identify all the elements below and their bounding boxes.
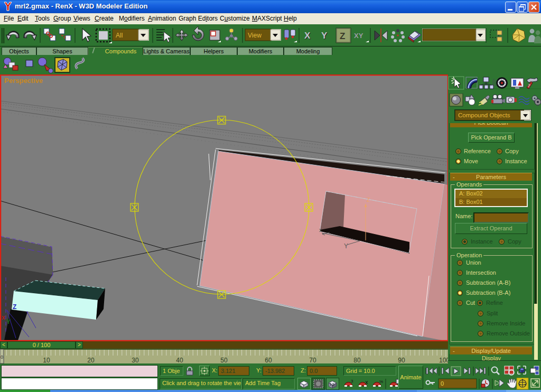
svg-text:x: x [319, 227, 322, 233]
svg-text:Z: Z [13, 303, 16, 311]
svg-text:20: 20 [87, 357, 95, 364]
svg-text:Perspective: Perspective [4, 77, 43, 85]
svg-text:60: 60 [265, 357, 272, 364]
svg-text:40: 40 [176, 357, 183, 364]
svg-text:X: X [304, 31, 311, 41]
svg-text:90: 90 [398, 357, 405, 364]
svg-text:Z: Z [367, 197, 370, 203]
svg-text:3: 3 [351, 379, 353, 384]
svg-text:Y: Y [6, 318, 11, 325]
svg-text:10: 10 [43, 357, 50, 364]
svg-text:%: % [379, 379, 383, 384]
svg-text:Y: Y [321, 31, 328, 41]
svg-text:x: x [2, 314, 5, 321]
svg-text:100: 100 [439, 357, 448, 364]
svg-text:Z: Z [340, 31, 345, 41]
svg-text:XY: XY [354, 32, 363, 40]
svg-text:80: 80 [353, 357, 361, 364]
svg-text:View: View [248, 32, 262, 39]
svg-text:30: 30 [132, 357, 139, 364]
svg-text:0: 0 [1, 354, 3, 360]
svg-text:0: 0 [441, 380, 444, 387]
svg-text:Y: Y [344, 242, 348, 250]
svg-text:70: 70 [309, 357, 316, 364]
svg-text:50: 50 [220, 357, 228, 364]
svg-text:All: All [116, 32, 123, 39]
